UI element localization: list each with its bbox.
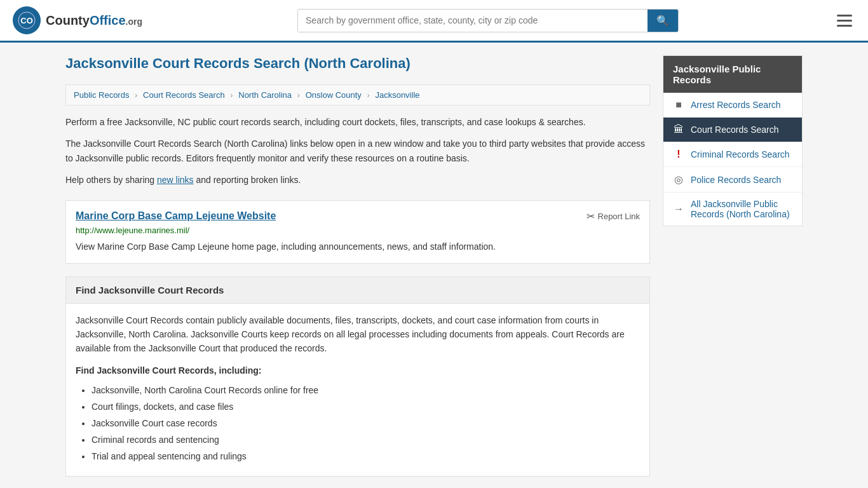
search-icon: 🔍	[656, 15, 669, 26]
list-item: Jacksonville, North Carolina Court Recor…	[92, 384, 640, 397]
find-section: Find Jacksonville Court Records Jacksonv…	[65, 276, 650, 477]
find-section-body-text: Jacksonville Court Records contain publi…	[76, 313, 640, 356]
sidebar-header: Jacksonville Public Records	[663, 56, 802, 93]
find-section-body: Jacksonville Court Records contain publi…	[66, 304, 649, 477]
arrest-icon: ■	[673, 99, 684, 111]
sidebar-all-link[interactable]: → All Jacksonville Public Records (North…	[663, 193, 802, 226]
criminal-icon: !	[673, 149, 684, 160]
page-title: Jacksonville Court Records Search (North…	[65, 55, 650, 75]
menu-line	[837, 20, 852, 22]
sidebar: Jacksonville Public Records ■ Arrest Rec…	[663, 55, 803, 477]
link-desc: View Marine Corp Base Camp Lejeune home …	[76, 240, 640, 254]
breadcrumb-jacksonville[interactable]: Jacksonville	[375, 90, 419, 100]
sidebar-item-court-records[interactable]: 🏛 Court Records Search	[663, 118, 802, 142]
sidebar-item-label: Criminal Records Search	[691, 149, 790, 159]
new-links[interactable]: new links	[157, 175, 194, 185]
list-item: Criminal records and sentencing	[92, 433, 640, 447]
sidebar-all-label: All Jacksonville Public Records (North C…	[691, 199, 792, 219]
breadcrumb: Public Records › Court Records Search › …	[65, 85, 650, 105]
header: CO CountyOffice.org 🔍	[0, 0, 868, 43]
breadcrumb-sep: ›	[367, 90, 369, 100]
logo[interactable]: CO CountyOffice.org	[13, 6, 142, 34]
police-icon: ◎	[673, 173, 684, 186]
menu-line	[837, 25, 852, 27]
breadcrumb-onslow-county[interactable]: Onslow County	[306, 90, 362, 100]
search-input[interactable]	[298, 10, 648, 32]
link-card-header: Marine Corp Base Camp Lejeune Website ✂ …	[76, 210, 640, 222]
sidebar-item-police-records[interactable]: ◎ Police Records Search	[663, 167, 802, 193]
search-button[interactable]: 🔍	[648, 10, 678, 32]
find-section-list: Jacksonville, North Carolina Court Recor…	[76, 384, 640, 463]
sidebar-item-arrest-records[interactable]: ■ Arrest Records Search	[663, 93, 802, 118]
content-area: Jacksonville Court Records Search (North…	[65, 55, 650, 477]
court-icon: 🏛	[673, 124, 684, 135]
report-link-label: Report Link	[598, 212, 640, 221]
logo-text: CountyOffice.org	[46, 13, 142, 28]
search-box: 🔍	[297, 9, 679, 32]
breadcrumb-sep: ›	[135, 90, 137, 100]
description-2: The Jacksonville Court Records Search (N…	[65, 137, 650, 165]
list-item: Trial and appeal sentencing and rulings	[92, 450, 640, 463]
report-icon: ✂	[587, 210, 595, 222]
link-card-title[interactable]: Marine Corp Base Camp Lejeune Website	[76, 210, 276, 222]
breadcrumb-sep: ›	[230, 90, 233, 100]
breadcrumb-court-records-search[interactable]: Court Records Search	[143, 90, 225, 100]
description-3-suffix: and reporting broken links.	[194, 175, 301, 185]
sidebar-item-criminal-records[interactable]: ! Criminal Records Search	[663, 142, 802, 167]
logo-icon: CO	[13, 6, 41, 34]
breadcrumb-north-carolina[interactable]: North Carolina	[238, 90, 292, 100]
sidebar-item-label: Police Records Search	[691, 175, 781, 185]
search-area: 🔍	[297, 9, 679, 32]
sidebar-item-label: Arrest Records Search	[691, 100, 781, 110]
link-url[interactable]: http://www.lejeune.marines.mil/	[76, 226, 640, 235]
menu-line	[837, 15, 852, 17]
description-1: Perform a free Jacksonville, NC public c…	[65, 115, 650, 129]
list-item: Court filings, dockets, and case files	[92, 400, 640, 414]
find-section-header: Find Jacksonville Court Records	[66, 277, 649, 304]
svg-text:CO: CO	[20, 16, 33, 25]
report-link[interactable]: ✂ Report Link	[587, 210, 640, 222]
breadcrumb-public-records[interactable]: Public Records	[74, 90, 129, 100]
list-item: Jacksonville Court case records	[92, 417, 640, 430]
sidebar-box: Jacksonville Public Records ■ Arrest Rec…	[663, 55, 803, 226]
sidebar-item-label: Court Records Search	[691, 125, 779, 135]
breadcrumb-sep: ›	[297, 90, 300, 100]
link-card: Marine Corp Base Camp Lejeune Website ✂ …	[65, 200, 650, 264]
find-section-subheading: Find Jacksonville Court Records, includi…	[76, 363, 640, 377]
arrow-icon: →	[673, 203, 684, 215]
main-container: Jacksonville Court Records Search (North…	[53, 55, 815, 477]
description-3: Help others by sharing new links and rep…	[65, 173, 650, 187]
hamburger-menu[interactable]	[834, 11, 855, 30]
description-3-prefix: Help others by sharing	[65, 175, 157, 185]
